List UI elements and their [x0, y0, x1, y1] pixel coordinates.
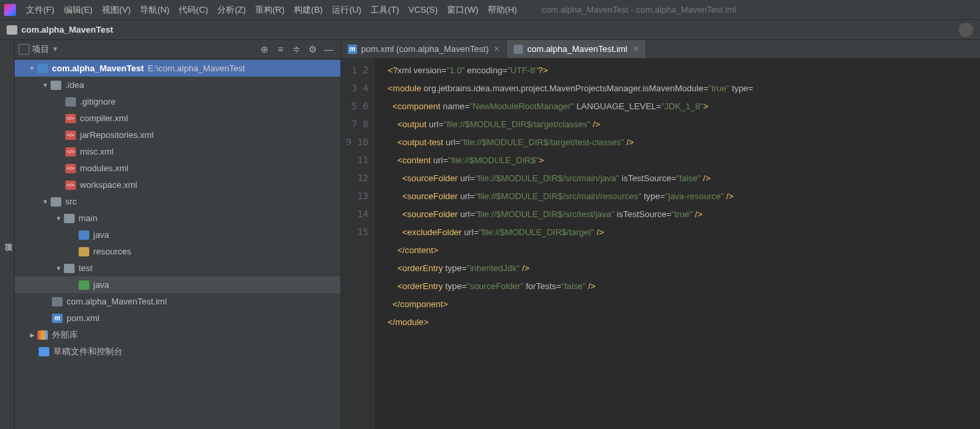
- close-icon[interactable]: ✕: [494, 45, 500, 53]
- xml-file-icon: </>: [65, 131, 76, 140]
- menu-refactor[interactable]: 重构(R): [250, 0, 289, 20]
- project-tool-window: 项目 ▼ ⊕ ≡ ≑ ⚙ — ▼ com.alpha_MavenTest E:\…: [15, 40, 341, 429]
- tree-scratches[interactable]: 草稿文件和控制台: [15, 343, 340, 360]
- line-number-gutter[interactable]: 1 2 3 4 5 6 7 8 9 10 11 12 13 14 15: [341, 59, 374, 429]
- tree-folder-java-test[interactable]: java: [15, 276, 340, 293]
- tree-folder-java[interactable]: java: [15, 226, 340, 243]
- tree-file-modules[interactable]: </> modules.xml: [15, 160, 340, 177]
- tree-external-libs[interactable]: ▶ 外部库: [15, 326, 340, 343]
- tab-pom[interactable]: m pom.xml (com.alpha_MavenTest) ✕: [341, 40, 507, 58]
- folder-icon: [51, 197, 61, 207]
- chevron-down-icon[interactable]: ▼: [41, 199, 49, 205]
- tree-root[interactable]: ▼ com.alpha_MavenTest E:\com.alpha_Maven…: [15, 60, 340, 77]
- menu-code[interactable]: 代码(C): [174, 0, 213, 20]
- chevron-down-icon[interactable]: ▼: [55, 215, 63, 222]
- menu-window[interactable]: 窗口(W): [442, 0, 483, 20]
- folder-icon: [64, 264, 75, 273]
- test-folder-icon: [79, 280, 89, 290]
- module-file-icon: [514, 45, 523, 54]
- menu-edit[interactable]: 编辑(E): [59, 0, 97, 20]
- module-file-icon: [52, 297, 63, 306]
- source-folder-icon: [79, 230, 89, 240]
- collapse-all-icon[interactable]: ≑: [288, 41, 304, 57]
- expand-all-icon[interactable]: ≡: [272, 41, 288, 57]
- tree-folder-resources[interactable]: resources: [15, 243, 340, 260]
- tree-folder-src[interactable]: ▼ src: [15, 193, 340, 210]
- menu-bar: 文件(F) 编辑(E) 视图(V) 导航(N) 代码(C) 分析(Z) 重构(R…: [0, 0, 980, 20]
- tool-window-gutter[interactable]: 项目: [0, 40, 15, 429]
- folder-icon: [7, 25, 17, 35]
- navigation-bar: com.alpha_MavenTest: [0, 20, 980, 40]
- chevron-down-icon[interactable]: ▼: [28, 65, 36, 72]
- app-logo-icon: [4, 4, 16, 16]
- menu-file[interactable]: 文件(F): [21, 0, 59, 20]
- resource-folder-icon: [79, 247, 89, 256]
- breadcrumb[interactable]: com.alpha_MavenTest: [21, 25, 113, 35]
- menu-help[interactable]: 帮助(H): [483, 0, 522, 20]
- maven-file-icon: m: [52, 314, 63, 323]
- xml-file-icon: </>: [65, 181, 76, 190]
- hide-icon[interactable]: —: [320, 41, 336, 57]
- menu-analyze[interactable]: 分析(Z): [213, 0, 250, 20]
- file-icon: [65, 97, 76, 107]
- menu-vcs[interactable]: VCS(S): [404, 0, 442, 20]
- folder-icon: [64, 214, 75, 223]
- tree-folder-idea[interactable]: ▼ .idea: [15, 77, 340, 93]
- library-icon: [37, 330, 48, 340]
- project-tree: ▼ com.alpha_MavenTest E:\com.alpha_Maven…: [15, 59, 340, 429]
- editor-area: m pom.xml (com.alpha_MavenTest) ✕ com.al…: [341, 40, 980, 429]
- chevron-down-icon[interactable]: ▼: [55, 265, 63, 272]
- tree-folder-test[interactable]: ▼ test: [15, 260, 340, 276]
- tree-file-iml[interactable]: com.alpha_MavenTest.iml: [15, 293, 340, 310]
- tree-file-workspace[interactable]: </> workspace.xml: [15, 177, 340, 193]
- editor-tabs: m pom.xml (com.alpha_MavenTest) ✕ com.al…: [341, 40, 980, 59]
- close-icon[interactable]: ✕: [633, 45, 639, 53]
- xml-file-icon: </>: [65, 164, 76, 173]
- project-header: 项目 ▼ ⊕ ≡ ≑ ⚙ —: [15, 40, 340, 59]
- maven-file-icon: m: [348, 45, 357, 54]
- folder-icon: [51, 81, 61, 90]
- project-folder-icon: [37, 64, 48, 73]
- menu-run[interactable]: 运行(U): [327, 0, 366, 20]
- chevron-down-icon[interactable]: ▼: [41, 82, 49, 89]
- chevron-right-icon[interactable]: ▶: [28, 332, 36, 338]
- menu-build[interactable]: 构建(B): [289, 0, 327, 20]
- avatar-icon[interactable]: [959, 23, 973, 37]
- scratch-icon: [39, 347, 49, 356]
- menu-navigate[interactable]: 导航(N): [135, 0, 174, 20]
- project-view-icon[interactable]: [19, 44, 29, 55]
- settings-icon[interactable]: ⚙: [304, 41, 320, 57]
- tree-file-pom[interactable]: m pom.xml: [15, 310, 340, 326]
- tree-folder-main[interactable]: ▼ main: [15, 210, 340, 226]
- project-view-label[interactable]: 项目: [32, 43, 49, 55]
- chevron-down-icon[interactable]: ▼: [52, 45, 59, 53]
- menu-view[interactable]: 视图(V): [97, 0, 135, 20]
- tree-file-compiler[interactable]: </> compiler.xml: [15, 110, 340, 127]
- tab-iml[interactable]: com.alpha_MavenTest.iml ✕: [507, 40, 646, 58]
- tree-file-gitignore[interactable]: .gitignore: [15, 93, 340, 110]
- window-title: com.alpha_MavenTest - com.alpha_MavenTes…: [542, 5, 736, 15]
- locate-icon[interactable]: ⊕: [256, 41, 272, 57]
- code-editor[interactable]: <?xml version="1.0" encoding="UTF-8"?> <…: [374, 59, 980, 429]
- menu-tools[interactable]: 工具(T): [366, 0, 404, 20]
- xml-file-icon: </>: [65, 114, 76, 123]
- tree-file-misc[interactable]: </> misc.xml: [15, 143, 340, 160]
- xml-file-icon: </>: [65, 147, 76, 157]
- tree-file-jarrepo[interactable]: </> jarRepositories.xml: [15, 127, 340, 143]
